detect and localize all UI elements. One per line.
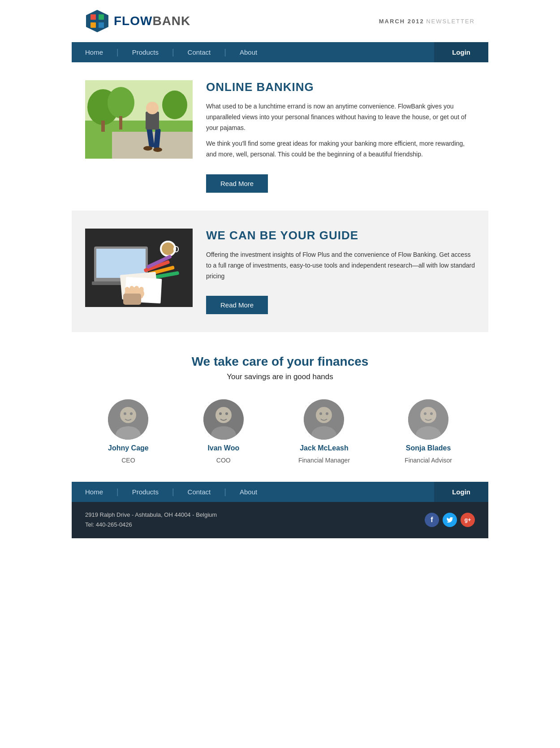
svg-point-9 bbox=[108, 87, 134, 118]
svg-marker-0 bbox=[86, 10, 108, 32]
svg-rect-37 bbox=[123, 294, 141, 305]
facebook-icon[interactable]: f bbox=[425, 513, 439, 527]
team-grid: Johny Cage CEO Ivan Woo COO bbox=[85, 399, 475, 464]
section1-read-more[interactable]: Read More bbox=[206, 174, 268, 193]
footer-nav-login[interactable]: Login bbox=[434, 482, 488, 502]
svg-point-57 bbox=[430, 412, 433, 415]
section1-title: ONLINE BANKING bbox=[206, 80, 475, 94]
team-role-3: Financial Advisor bbox=[405, 457, 452, 464]
svg-point-10 bbox=[162, 91, 187, 119]
avatar-2 bbox=[304, 399, 344, 440]
team-name-1: Ivan Woo bbox=[207, 444, 239, 452]
footer-nav-about[interactable]: About bbox=[226, 482, 271, 502]
svg-rect-12 bbox=[119, 116, 122, 130]
section-online-banking: ONLINE BANKING What used to be a lunchti… bbox=[72, 62, 488, 211]
svg-point-51 bbox=[319, 412, 322, 415]
logo-icon bbox=[85, 9, 109, 33]
svg-point-41 bbox=[124, 412, 126, 415]
team-role-1: COO bbox=[216, 457, 231, 464]
team-title: We take care of your finances bbox=[85, 355, 475, 369]
team-section: We take care of your finances Your savin… bbox=[72, 332, 488, 482]
svg-point-42 bbox=[130, 412, 133, 415]
team-member-3: Sonja Blades Financial Advisor bbox=[405, 399, 452, 464]
social-icons: f g+ bbox=[425, 513, 475, 527]
main-nav: Home | Products | Contact | About Login bbox=[72, 42, 488, 62]
svg-point-52 bbox=[326, 412, 328, 415]
nav-contact[interactable]: Contact bbox=[174, 42, 224, 62]
team-name-2: Jack McLeash bbox=[300, 444, 349, 452]
section1-para1: What used to be a lunchtime errand is no… bbox=[206, 101, 475, 133]
nav-products[interactable]: Products bbox=[119, 42, 172, 62]
svg-rect-4 bbox=[99, 22, 104, 28]
nav-about[interactable]: About bbox=[226, 42, 271, 62]
svg-point-47 bbox=[225, 412, 228, 415]
section2-title: WE CAN BE YOUR GUIDE bbox=[206, 229, 475, 242]
team-role-2: Financial Manager bbox=[298, 457, 350, 464]
svg-rect-11 bbox=[101, 121, 105, 132]
twitter-icon[interactable] bbox=[443, 513, 457, 527]
footer-nav: Home | Products | Contact | About Login bbox=[72, 482, 488, 502]
nav-items: Home | Products | Contact | About bbox=[72, 42, 434, 62]
section2-content: WE CAN BE YOUR GUIDE Offering the invest… bbox=[206, 229, 475, 314]
footer-nav-items: Home | Products | Contact | About bbox=[72, 482, 434, 502]
svg-point-18 bbox=[153, 147, 162, 152]
team-subtitle: Your savings are in good hands bbox=[85, 372, 475, 381]
avatar-1 bbox=[203, 399, 244, 440]
nav-login[interactable]: Login bbox=[434, 42, 488, 62]
section2-para1: Offering the investment insights of Flow… bbox=[206, 250, 475, 281]
section1-content: ONLINE BANKING What used to be a lunchti… bbox=[206, 80, 475, 193]
footer-nav-home[interactable]: Home bbox=[72, 482, 116, 502]
team-member-1: Ivan Woo COO bbox=[203, 399, 244, 464]
team-name-3: Sonja Blades bbox=[406, 444, 451, 452]
svg-point-17 bbox=[143, 146, 152, 151]
svg-point-16 bbox=[146, 102, 159, 114]
svg-point-46 bbox=[219, 412, 222, 415]
svg-rect-1 bbox=[90, 14, 96, 20]
team-member-2: Jack McLeash Financial Manager bbox=[298, 399, 350, 464]
avatar-0 bbox=[108, 399, 148, 440]
svg-rect-2 bbox=[99, 14, 104, 20]
svg-rect-3 bbox=[90, 22, 96, 28]
footer-nav-products[interactable]: Products bbox=[119, 482, 172, 502]
footer-address: 2919 Ralph Drive - Ashtabula, OH 44004 -… bbox=[85, 510, 217, 530]
footer-nav-contact[interactable]: Contact bbox=[174, 482, 224, 502]
section1-para2: We think you'll find some great ideas fo… bbox=[206, 138, 475, 160]
guide-image bbox=[85, 229, 193, 307]
svg-point-56 bbox=[424, 412, 426, 415]
svg-point-24 bbox=[162, 242, 174, 255]
googleplus-icon[interactable]: g+ bbox=[461, 513, 475, 527]
avatar-3 bbox=[408, 399, 448, 440]
logo[interactable]: FLOWBANK bbox=[85, 9, 190, 33]
section2-read-more[interactable]: Read More bbox=[206, 296, 268, 314]
newsletter-date: MARCH 2012 NEWSLETTER bbox=[379, 17, 475, 25]
team-member-0: Johny Cage CEO bbox=[108, 399, 149, 464]
logo-text: FLOWBANK bbox=[114, 14, 190, 28]
online-banking-image bbox=[85, 80, 193, 159]
footer-bottom: 2919 Ralph Drive - Ashtabula, OH 44004 -… bbox=[72, 502, 488, 538]
nav-home[interactable]: Home bbox=[72, 42, 116, 62]
logo-flow: FLOW bbox=[114, 14, 152, 28]
logo-bank: BANK bbox=[152, 14, 190, 28]
team-name-0: Johny Cage bbox=[108, 444, 149, 452]
team-role-0: CEO bbox=[121, 457, 135, 464]
page-header: FLOWBANK MARCH 2012 NEWSLETTER bbox=[72, 0, 488, 42]
section-guide: WE CAN BE YOUR GUIDE Offering the invest… bbox=[72, 211, 488, 332]
